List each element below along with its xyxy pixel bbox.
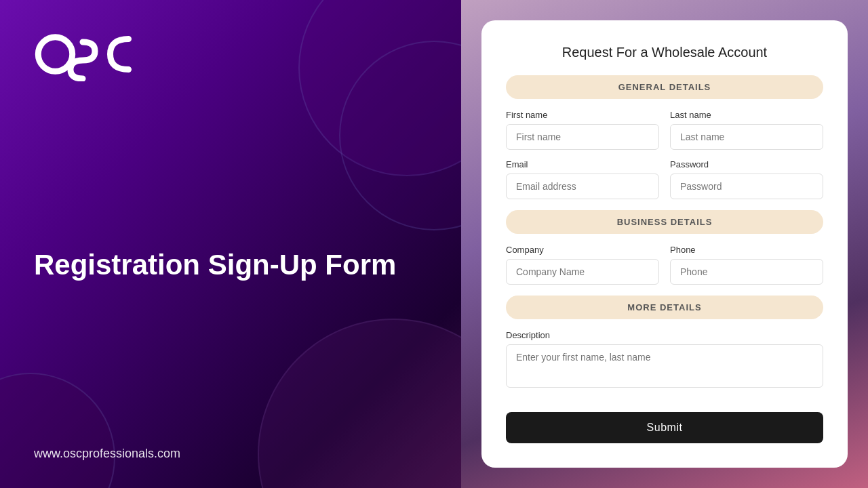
right-panel: Request For a Wholesale Account GENERAL …	[461, 0, 868, 488]
tagline: Registration Sign-Up Form	[34, 248, 396, 282]
email-input[interactable]	[506, 174, 659, 199]
left-content: Registration Sign-Up Form	[34, 84, 427, 447]
phone-label: Phone	[670, 245, 823, 255]
form-card: Request For a Wholesale Account GENERAL …	[481, 20, 848, 468]
last-name-label: Last name	[670, 110, 823, 120]
password-label: Password	[670, 159, 823, 169]
password-input[interactable]	[670, 174, 823, 199]
form-title: Request For a Wholesale Account	[506, 45, 823, 60]
phone-group: Phone	[670, 245, 823, 285]
submit-button[interactable]: Submit	[506, 412, 823, 443]
description-group: Description	[506, 330, 823, 388]
phone-input[interactable]	[670, 259, 823, 285]
email-password-row: Email Password	[506, 159, 823, 199]
first-name-input[interactable]	[506, 124, 659, 150]
company-input[interactable]	[506, 259, 659, 285]
business-details-header: BUSINESS DETAILS	[506, 210, 823, 234]
first-name-group: First name	[506, 110, 659, 150]
svg-point-0	[38, 37, 72, 71]
left-panel: Registration Sign-Up Form www.oscprofess…	[0, 0, 461, 488]
email-group: Email	[506, 159, 659, 199]
description-label: Description	[506, 330, 823, 340]
more-details-header: MORE DETAILS	[506, 296, 823, 319]
logo	[34, 27, 427, 84]
company-group: Company	[506, 245, 659, 285]
company-phone-row: Company Phone	[506, 245, 823, 285]
last-name-input[interactable]	[670, 124, 823, 150]
last-name-group: Last name	[670, 110, 823, 150]
general-details-section: GENERAL DETAILS First name Last name Ema…	[506, 75, 823, 199]
company-label: Company	[506, 245, 659, 255]
name-row: First name Last name	[506, 110, 823, 150]
website-url: www.oscprofessionals.com	[34, 447, 427, 461]
business-details-section: BUSINESS DETAILS Company Phone	[506, 210, 823, 285]
general-details-header: GENERAL DETAILS	[506, 75, 823, 99]
password-group: Password	[670, 159, 823, 199]
first-name-label: First name	[506, 110, 659, 120]
description-input[interactable]	[506, 344, 823, 388]
more-details-section: MORE DETAILS Description	[506, 296, 823, 388]
email-label: Email	[506, 159, 659, 169]
